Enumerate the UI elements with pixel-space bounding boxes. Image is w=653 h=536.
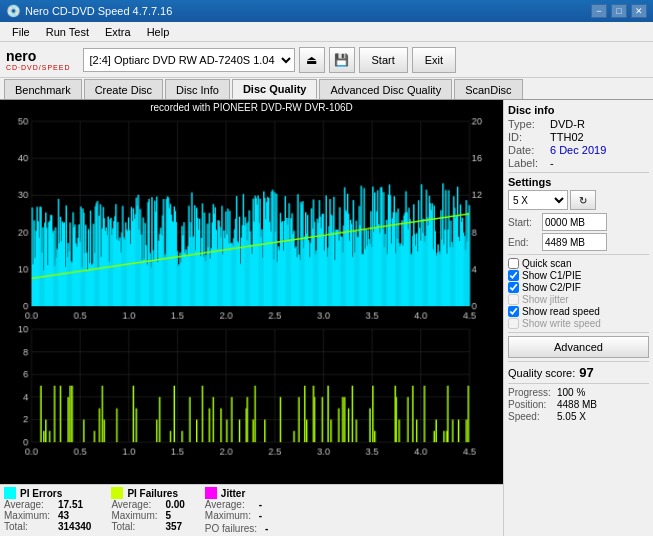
main-content: recorded with PIONEER DVD-RW DVR-106D PI… [0, 100, 653, 536]
show-c1pie-row: Show C1/PIE [508, 270, 649, 281]
show-read-speed-checkbox[interactable] [508, 306, 519, 317]
disc-info-title: Disc info [508, 104, 649, 116]
toolbar: nero CD·DVD/SPEED [2:4] Optiarc DVD RW A… [0, 42, 653, 78]
divider5 [508, 383, 649, 384]
eject-icon: ⏏ [306, 53, 317, 67]
show-jitter-label: Show jitter [522, 294, 569, 305]
show-c1pie-label: Show C1/PIE [522, 270, 581, 281]
refresh-button[interactable]: ↻ [570, 190, 596, 210]
settings-title: Settings [508, 176, 649, 188]
jitter-color-box [205, 487, 217, 499]
end-mb-input[interactable] [542, 233, 607, 251]
quality-score-row: Quality score: 97 [508, 365, 649, 380]
divider2 [508, 254, 649, 255]
tab-disc-info[interactable]: Disc Info [165, 79, 230, 99]
maximize-button[interactable]: □ [611, 4, 627, 18]
quick-scan-row: Quick scan [508, 258, 649, 269]
pie-max-val: 43 [58, 510, 69, 521]
eject-button[interactable]: ⏏ [299, 47, 325, 73]
disc-id-row: ID: TTH02 [508, 131, 649, 143]
right-panel: Disc info Type: DVD-R ID: TTH02 Date: 6 … [503, 100, 653, 536]
disc-type-row: Type: DVD-R [508, 118, 649, 130]
pif-avg-val: 0.00 [165, 499, 184, 510]
pif-avg-label: Average: [111, 499, 161, 510]
show-c1pie-checkbox[interactable] [508, 270, 519, 281]
legend-pif: PI Failures Average: 0.00 Maximum: 5 Tot… [111, 487, 184, 534]
pie-avg-val: 17.51 [58, 499, 83, 510]
start-button[interactable]: Start [359, 47, 408, 73]
pif-chart [0, 325, 503, 461]
label-val: - [550, 157, 554, 169]
pif-total-label: Total: [111, 521, 161, 532]
start-mb-label: Start: [508, 217, 538, 228]
quick-scan-checkbox[interactable] [508, 258, 519, 269]
progress-label: Progress: [508, 387, 553, 398]
label-key: Label: [508, 157, 546, 169]
jitter-avg-label: Average: [205, 499, 255, 510]
quick-scan-label: Quick scan [522, 258, 571, 269]
advanced-button[interactable]: Advanced [508, 336, 649, 358]
legend: PI Errors Average: 17.51 Maximum: 43 Tot… [0, 484, 503, 536]
nero-logo: nero CD·DVD/SPEED [6, 48, 71, 71]
type-key: Type: [508, 118, 546, 130]
pie-total-label: Total: [4, 521, 54, 532]
tab-disc-quality[interactable]: Disc Quality [232, 79, 318, 99]
show-jitter-row: Show jitter [508, 294, 649, 305]
save-icon: 💾 [334, 53, 349, 67]
end-mb-row: End: [508, 233, 649, 251]
app-icon: 💿 [6, 4, 21, 18]
close-button[interactable]: ✕ [631, 4, 647, 18]
progress-row: Progress: 100 % [508, 387, 649, 398]
show-read-speed-label: Show read speed [522, 306, 600, 317]
position-value: 4488 MB [557, 399, 597, 410]
pif-color-box [111, 487, 123, 499]
pie-chart [0, 115, 503, 325]
menu-help[interactable]: Help [139, 24, 178, 40]
save-button[interactable]: 💾 [329, 47, 355, 73]
divider1 [508, 172, 649, 173]
show-read-speed-row: Show read speed [508, 306, 649, 317]
menu-runtest[interactable]: Run Test [38, 24, 97, 40]
titlebar: 💿 Nero CD-DVD Speed 4.7.7.16 − □ ✕ [0, 0, 653, 22]
show-c2pif-label: Show C2/PIF [522, 282, 581, 293]
date-key: Date: [508, 144, 546, 156]
quality-score-value: 97 [579, 365, 593, 380]
show-write-speed-label: Show write speed [522, 318, 601, 329]
id-val: TTH02 [550, 131, 584, 143]
legend-pie: PI Errors Average: 17.51 Maximum: 43 Tot… [4, 487, 91, 534]
tab-advanced-disc-quality[interactable]: Advanced Disc Quality [319, 79, 452, 99]
speed-selector[interactable]: 5 X [508, 190, 568, 210]
speed-label: Speed: [508, 411, 553, 422]
speed-value: 5.05 X [557, 411, 586, 422]
show-jitter-checkbox [508, 294, 519, 305]
tab-bar: Benchmark Create Disc Disc Info Disc Qua… [0, 78, 653, 100]
legend-pie-title: PI Errors [20, 488, 62, 499]
divider3 [508, 332, 649, 333]
exit-button[interactable]: Exit [412, 47, 456, 73]
disc-date-row: Date: 6 Dec 2019 [508, 144, 649, 156]
start-mb-row: Start: [508, 213, 649, 231]
chart-title: recorded with PIONEER DVD-RW DVR-106D [0, 100, 503, 115]
jitter-max-label: Maximum: [205, 510, 255, 521]
speed-setting: 5 X ↻ [508, 190, 649, 210]
date-val: 6 Dec 2019 [550, 144, 606, 156]
show-c2pif-checkbox[interactable] [508, 282, 519, 293]
pif-max-val: 5 [165, 510, 171, 521]
id-key: ID: [508, 131, 546, 143]
quality-score-label: Quality score: [508, 367, 575, 379]
tab-scandisc[interactable]: ScanDisc [454, 79, 522, 99]
divider4 [508, 361, 649, 362]
legend-pif-title: PI Failures [127, 488, 178, 499]
type-val: DVD-R [550, 118, 585, 130]
position-label: Position: [508, 399, 553, 410]
minimize-button[interactable]: − [591, 4, 607, 18]
menu-extra[interactable]: Extra [97, 24, 139, 40]
tab-benchmark[interactable]: Benchmark [4, 79, 82, 99]
menu-file[interactable]: File [4, 24, 38, 40]
start-mb-input[interactable] [542, 213, 607, 231]
pie-max-label: Maximum: [4, 510, 54, 521]
pie-color-box [4, 487, 16, 499]
drive-selector[interactable]: [2:4] Optiarc DVD RW AD-7240S 1.04 [83, 48, 295, 72]
tab-create-disc[interactable]: Create Disc [84, 79, 163, 99]
legend-jitter: Jitter Average: - Maximum: - PO failures… [205, 487, 269, 534]
